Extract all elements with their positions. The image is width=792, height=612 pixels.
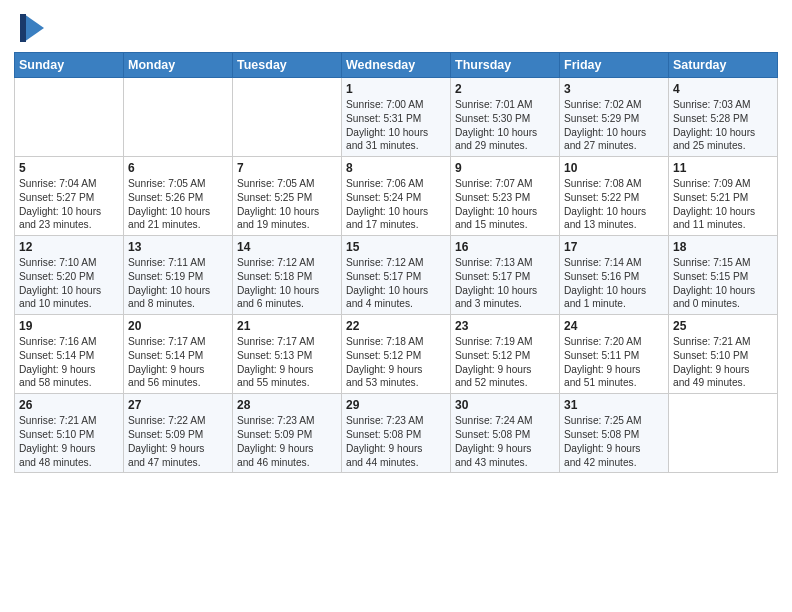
page: SundayMondayTuesdayWednesdayThursdayFrid… bbox=[0, 0, 792, 483]
svg-rect-1 bbox=[20, 14, 26, 42]
svg-marker-0 bbox=[24, 14, 44, 42]
day-info: Sunrise: 7:13 AMSunset: 5:17 PMDaylight:… bbox=[455, 256, 555, 311]
calendar-cell: 10Sunrise: 7:08 AMSunset: 5:22 PMDayligh… bbox=[560, 157, 669, 236]
day-info: Sunrise: 7:05 AMSunset: 5:26 PMDaylight:… bbox=[128, 177, 228, 232]
calendar-cell: 13Sunrise: 7:11 AMSunset: 5:19 PMDayligh… bbox=[124, 236, 233, 315]
day-info: Sunrise: 7:23 AMSunset: 5:08 PMDaylight:… bbox=[346, 414, 446, 469]
logo-icon bbox=[16, 10, 46, 46]
day-info: Sunrise: 7:21 AMSunset: 5:10 PMDaylight:… bbox=[673, 335, 773, 390]
day-number: 4 bbox=[673, 82, 773, 96]
calendar-cell: 19Sunrise: 7:16 AMSunset: 5:14 PMDayligh… bbox=[15, 315, 124, 394]
weekday-header-tuesday: Tuesday bbox=[233, 53, 342, 78]
day-number: 20 bbox=[128, 319, 228, 333]
day-info: Sunrise: 7:20 AMSunset: 5:11 PMDaylight:… bbox=[564, 335, 664, 390]
day-info: Sunrise: 7:22 AMSunset: 5:09 PMDaylight:… bbox=[128, 414, 228, 469]
day-info: Sunrise: 7:25 AMSunset: 5:08 PMDaylight:… bbox=[564, 414, 664, 469]
calendar-cell bbox=[233, 78, 342, 157]
calendar-header-row: SundayMondayTuesdayWednesdayThursdayFrid… bbox=[15, 53, 778, 78]
day-info: Sunrise: 7:16 AMSunset: 5:14 PMDaylight:… bbox=[19, 335, 119, 390]
calendar-cell: 27Sunrise: 7:22 AMSunset: 5:09 PMDayligh… bbox=[124, 394, 233, 473]
day-info: Sunrise: 7:12 AMSunset: 5:18 PMDaylight:… bbox=[237, 256, 337, 311]
day-info: Sunrise: 7:02 AMSunset: 5:29 PMDaylight:… bbox=[564, 98, 664, 153]
day-info: Sunrise: 7:03 AMSunset: 5:28 PMDaylight:… bbox=[673, 98, 773, 153]
day-info: Sunrise: 7:21 AMSunset: 5:10 PMDaylight:… bbox=[19, 414, 119, 469]
day-info: Sunrise: 7:01 AMSunset: 5:30 PMDaylight:… bbox=[455, 98, 555, 153]
calendar-week-3: 12Sunrise: 7:10 AMSunset: 5:20 PMDayligh… bbox=[15, 236, 778, 315]
calendar-cell: 4Sunrise: 7:03 AMSunset: 5:28 PMDaylight… bbox=[669, 78, 778, 157]
day-number: 21 bbox=[237, 319, 337, 333]
day-number: 18 bbox=[673, 240, 773, 254]
logo bbox=[14, 10, 46, 46]
calendar-cell bbox=[124, 78, 233, 157]
weekday-header-monday: Monday bbox=[124, 53, 233, 78]
calendar-cell: 26Sunrise: 7:21 AMSunset: 5:10 PMDayligh… bbox=[15, 394, 124, 473]
day-info: Sunrise: 7:06 AMSunset: 5:24 PMDaylight:… bbox=[346, 177, 446, 232]
calendar-cell: 9Sunrise: 7:07 AMSunset: 5:23 PMDaylight… bbox=[451, 157, 560, 236]
calendar-cell: 29Sunrise: 7:23 AMSunset: 5:08 PMDayligh… bbox=[342, 394, 451, 473]
day-info: Sunrise: 7:09 AMSunset: 5:21 PMDaylight:… bbox=[673, 177, 773, 232]
calendar-cell: 8Sunrise: 7:06 AMSunset: 5:24 PMDaylight… bbox=[342, 157, 451, 236]
day-number: 16 bbox=[455, 240, 555, 254]
day-info: Sunrise: 7:17 AMSunset: 5:14 PMDaylight:… bbox=[128, 335, 228, 390]
day-info: Sunrise: 7:17 AMSunset: 5:13 PMDaylight:… bbox=[237, 335, 337, 390]
day-info: Sunrise: 7:08 AMSunset: 5:22 PMDaylight:… bbox=[564, 177, 664, 232]
calendar-cell: 14Sunrise: 7:12 AMSunset: 5:18 PMDayligh… bbox=[233, 236, 342, 315]
day-info: Sunrise: 7:11 AMSunset: 5:19 PMDaylight:… bbox=[128, 256, 228, 311]
day-number: 14 bbox=[237, 240, 337, 254]
day-number: 10 bbox=[564, 161, 664, 175]
day-number: 11 bbox=[673, 161, 773, 175]
calendar-cell: 15Sunrise: 7:12 AMSunset: 5:17 PMDayligh… bbox=[342, 236, 451, 315]
day-number: 31 bbox=[564, 398, 664, 412]
weekday-header-wednesday: Wednesday bbox=[342, 53, 451, 78]
header bbox=[14, 10, 778, 46]
day-number: 28 bbox=[237, 398, 337, 412]
weekday-header-sunday: Sunday bbox=[15, 53, 124, 78]
calendar-week-5: 26Sunrise: 7:21 AMSunset: 5:10 PMDayligh… bbox=[15, 394, 778, 473]
day-number: 3 bbox=[564, 82, 664, 96]
day-number: 12 bbox=[19, 240, 119, 254]
day-number: 19 bbox=[19, 319, 119, 333]
weekday-header-thursday: Thursday bbox=[451, 53, 560, 78]
day-number: 7 bbox=[237, 161, 337, 175]
calendar-cell: 16Sunrise: 7:13 AMSunset: 5:17 PMDayligh… bbox=[451, 236, 560, 315]
weekday-header-saturday: Saturday bbox=[669, 53, 778, 78]
day-number: 15 bbox=[346, 240, 446, 254]
calendar-cell: 24Sunrise: 7:20 AMSunset: 5:11 PMDayligh… bbox=[560, 315, 669, 394]
calendar-cell bbox=[15, 78, 124, 157]
calendar-cell: 5Sunrise: 7:04 AMSunset: 5:27 PMDaylight… bbox=[15, 157, 124, 236]
calendar-week-1: 1Sunrise: 7:00 AMSunset: 5:31 PMDaylight… bbox=[15, 78, 778, 157]
day-number: 5 bbox=[19, 161, 119, 175]
day-info: Sunrise: 7:18 AMSunset: 5:12 PMDaylight:… bbox=[346, 335, 446, 390]
day-number: 2 bbox=[455, 82, 555, 96]
calendar-week-4: 19Sunrise: 7:16 AMSunset: 5:14 PMDayligh… bbox=[15, 315, 778, 394]
day-info: Sunrise: 7:24 AMSunset: 5:08 PMDaylight:… bbox=[455, 414, 555, 469]
day-info: Sunrise: 7:12 AMSunset: 5:17 PMDaylight:… bbox=[346, 256, 446, 311]
day-info: Sunrise: 7:00 AMSunset: 5:31 PMDaylight:… bbox=[346, 98, 446, 153]
calendar-cell: 21Sunrise: 7:17 AMSunset: 5:13 PMDayligh… bbox=[233, 315, 342, 394]
day-info: Sunrise: 7:19 AMSunset: 5:12 PMDaylight:… bbox=[455, 335, 555, 390]
calendar-cell: 1Sunrise: 7:00 AMSunset: 5:31 PMDaylight… bbox=[342, 78, 451, 157]
calendar-cell: 20Sunrise: 7:17 AMSunset: 5:14 PMDayligh… bbox=[124, 315, 233, 394]
day-info: Sunrise: 7:05 AMSunset: 5:25 PMDaylight:… bbox=[237, 177, 337, 232]
day-number: 23 bbox=[455, 319, 555, 333]
day-number: 25 bbox=[673, 319, 773, 333]
day-info: Sunrise: 7:10 AMSunset: 5:20 PMDaylight:… bbox=[19, 256, 119, 311]
calendar-cell: 25Sunrise: 7:21 AMSunset: 5:10 PMDayligh… bbox=[669, 315, 778, 394]
calendar-cell: 3Sunrise: 7:02 AMSunset: 5:29 PMDaylight… bbox=[560, 78, 669, 157]
day-info: Sunrise: 7:23 AMSunset: 5:09 PMDaylight:… bbox=[237, 414, 337, 469]
calendar-cell: 22Sunrise: 7:18 AMSunset: 5:12 PMDayligh… bbox=[342, 315, 451, 394]
calendar-cell: 7Sunrise: 7:05 AMSunset: 5:25 PMDaylight… bbox=[233, 157, 342, 236]
day-number: 8 bbox=[346, 161, 446, 175]
day-number: 29 bbox=[346, 398, 446, 412]
day-number: 1 bbox=[346, 82, 446, 96]
day-number: 22 bbox=[346, 319, 446, 333]
day-number: 30 bbox=[455, 398, 555, 412]
day-number: 27 bbox=[128, 398, 228, 412]
calendar: SundayMondayTuesdayWednesdayThursdayFrid… bbox=[14, 52, 778, 473]
day-number: 13 bbox=[128, 240, 228, 254]
weekday-header-friday: Friday bbox=[560, 53, 669, 78]
calendar-cell: 6Sunrise: 7:05 AMSunset: 5:26 PMDaylight… bbox=[124, 157, 233, 236]
calendar-cell: 2Sunrise: 7:01 AMSunset: 5:30 PMDaylight… bbox=[451, 78, 560, 157]
calendar-cell: 30Sunrise: 7:24 AMSunset: 5:08 PMDayligh… bbox=[451, 394, 560, 473]
day-number: 17 bbox=[564, 240, 664, 254]
